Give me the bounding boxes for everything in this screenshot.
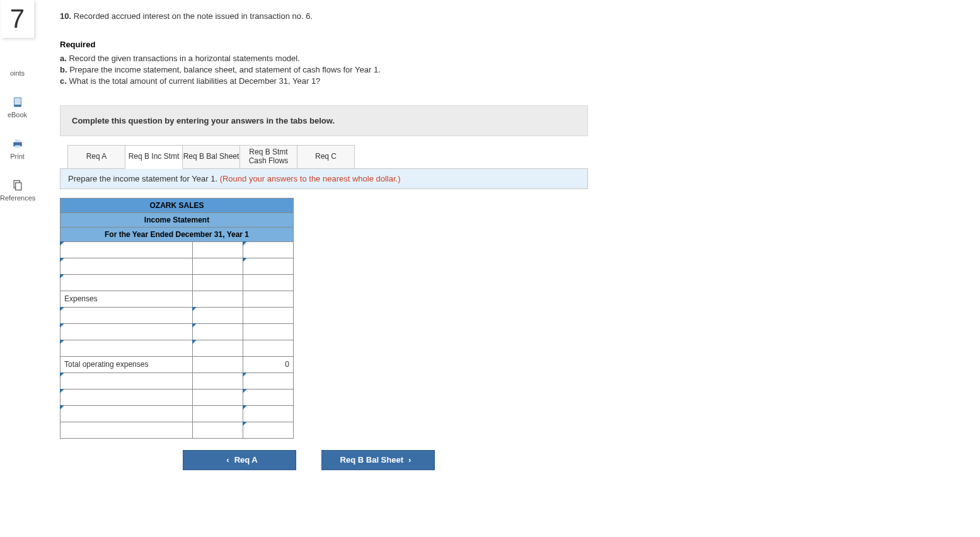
points-label: oints — [0, 69, 35, 77]
prev-button[interactable]: ‹ Req A — [183, 450, 296, 470]
printer-icon — [11, 137, 24, 150]
input-cell[interactable] — [243, 422, 294, 438]
income-statement-table: OZARK SALES Income Statement For the Yea… — [60, 198, 294, 439]
instruction-box: Complete this question by entering your … — [60, 105, 588, 136]
input-cell[interactable] — [243, 340, 294, 356]
input-cell[interactable] — [61, 307, 193, 323]
required-item-b: b. Prepare the income statement, balance… — [60, 64, 665, 76]
input-cell[interactable] — [61, 340, 193, 356]
required-list: a. Record the given transactions in a ho… — [60, 53, 665, 88]
svg-rect-4 — [14, 146, 20, 148]
input-cell[interactable] — [61, 274, 193, 291]
tabs-row: Req A Req B Inc Stmt Req B Bal Sheet Req… — [60, 145, 588, 169]
input-cell[interactable] — [243, 241, 294, 258]
total-op-exp-label: Total operating expenses — [61, 356, 193, 372]
input-cell[interactable] — [61, 241, 193, 258]
tab-req-b-bal-sheet[interactable]: Req B Bal Sheet — [182, 145, 240, 169]
ebook-label: eBook — [0, 111, 35, 118]
required-item-c: c. What is the total amount of current l… — [60, 76, 665, 87]
transaction-line: 10. Recorded accrued interest on the not… — [60, 11, 665, 21]
input-cell[interactable] — [243, 372, 294, 389]
statement-title: Income Statement — [61, 212, 294, 227]
next-button-label: Req B Bal Sheet — [340, 455, 403, 465]
input-cell[interactable] — [61, 372, 193, 389]
input-cell[interactable] — [193, 372, 243, 389]
input-cell[interactable] — [193, 323, 243, 340]
print-item[interactable]: Print — [0, 137, 35, 160]
input-cell[interactable] — [243, 405, 294, 422]
svg-rect-3 — [14, 139, 20, 142]
input-cell[interactable] — [193, 241, 243, 258]
svg-rect-7 — [15, 183, 21, 190]
points-item: oints — [0, 69, 35, 77]
input-cell[interactable] — [61, 389, 193, 405]
input-cell[interactable] — [61, 405, 193, 422]
transaction-text: Recorded accrued interest on the note is… — [74, 11, 313, 21]
tab-req-c[interactable]: Req C — [297, 145, 355, 169]
input-cell[interactable] — [243, 323, 294, 340]
chevron-left-icon: ‹ — [226, 455, 229, 465]
references-label: References — [0, 194, 35, 202]
tab-req-b-stmt-cash-flows[interactable]: Req B Stmt Cash Flows — [239, 145, 297, 169]
next-button[interactable]: Req B Bal Sheet › — [321, 450, 435, 470]
sidebar: 7 oints eBook Print References — [0, 0, 35, 495]
panel-note-hint: (Round your answers to the nearest whole… — [220, 174, 401, 183]
total-op-exp-value: 0 — [243, 356, 294, 372]
required-item-a: a. Record the given transactions in a ho… — [60, 53, 665, 64]
ebook-item[interactable]: eBook — [0, 96, 35, 118]
required-heading: Required — [60, 40, 665, 49]
input-cell[interactable] — [243, 307, 294, 323]
input-cell[interactable] — [193, 405, 243, 422]
question-number: 7 — [10, 4, 25, 34]
expenses-label: Expenses — [61, 291, 193, 307]
transaction-number: 10. — [60, 11, 71, 21]
input-cell[interactable] — [61, 258, 193, 274]
company-name: OZARK SALES — [61, 198, 294, 212]
print-label: Print — [0, 153, 35, 160]
svg-rect-1 — [14, 98, 21, 105]
input-cell[interactable] — [193, 307, 243, 323]
input-cell[interactable] — [193, 291, 243, 307]
references-item[interactable]: References — [0, 179, 35, 202]
prev-button-label: Req A — [234, 455, 258, 465]
nav-buttons: ‹ Req A Req B Bal Sheet › — [60, 450, 665, 470]
input-cell[interactable] — [193, 340, 243, 356]
input-cell[interactable] — [243, 389, 294, 405]
input-cell[interactable] — [61, 422, 193, 438]
svg-point-5 — [20, 142, 21, 144]
copy-icon — [11, 179, 24, 192]
input-cell[interactable] — [193, 389, 243, 405]
book-icon — [11, 96, 24, 108]
chevron-right-icon: › — [408, 455, 411, 465]
input-cell[interactable] — [193, 258, 243, 274]
main-content: 10. Recorded accrued interest on the not… — [35, 0, 665, 495]
tab-panel-note: Prepare the income statement for Year 1.… — [60, 168, 588, 189]
input-cell[interactable] — [61, 323, 193, 340]
input-cell[interactable] — [243, 258, 294, 274]
input-cell[interactable] — [243, 274, 294, 291]
panel-note-main: Prepare the income statement for Year 1. — [68, 174, 220, 183]
tab-req-a[interactable]: Req A — [67, 145, 125, 169]
input-cell[interactable] — [193, 356, 243, 372]
input-cell[interactable] — [243, 291, 294, 307]
input-cell[interactable] — [193, 422, 243, 438]
statement-period: For the Year Ended December 31, Year 1 — [61, 227, 294, 241]
tab-req-b-inc-stmt[interactable]: Req B Inc Stmt — [125, 145, 183, 169]
input-cell[interactable] — [193, 274, 243, 291]
question-number-card: 7 — [1, 0, 34, 38]
